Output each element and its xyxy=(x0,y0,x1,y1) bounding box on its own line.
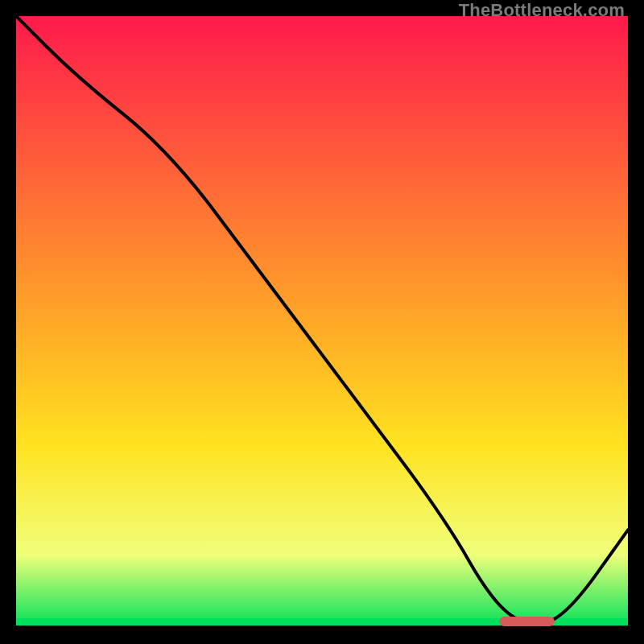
bottleneck-chart xyxy=(16,16,628,628)
optimal-range-marker xyxy=(499,617,554,626)
chart-frame xyxy=(16,16,628,628)
gradient-background xyxy=(16,16,628,628)
watermark-text: TheBottleneck.com xyxy=(459,0,625,21)
